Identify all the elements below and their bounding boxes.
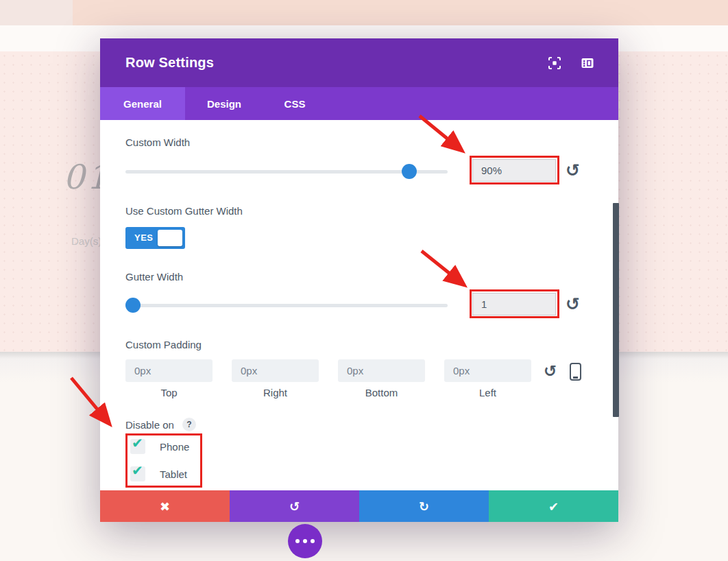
custom-width-input[interactable]: 90%: [472, 159, 556, 182]
gutter-width-input[interactable]: 1: [472, 293, 556, 315]
padding-bottom-caption: Bottom: [338, 387, 425, 398]
padding-top-input[interactable]: 0px: [125, 359, 213, 382]
gutter-width-slider[interactable]: [125, 304, 448, 307]
check-icon: ✔: [132, 462, 143, 479]
padding-left-input[interactable]: 0px: [444, 359, 531, 382]
use-custom-gutter-toggle[interactable]: YES: [125, 227, 185, 249]
redo-button[interactable]: ↻: [359, 490, 489, 522]
gutter-width-label: Gutter Width: [125, 271, 183, 283]
ellipsis-icon: [303, 539, 307, 543]
save-button[interactable]: ✔: [489, 490, 618, 522]
tablet-checkbox[interactable]: ✔: [130, 466, 145, 481]
padding-bottom-input[interactable]: 0px: [338, 359, 425, 382]
gutter-width-slider-thumb[interactable]: [125, 298, 141, 313]
cancel-button[interactable]: ✖: [100, 490, 230, 522]
responsive-phone-icon[interactable]: [570, 363, 581, 381]
padding-top-caption: Top: [125, 387, 213, 398]
phone-checkbox[interactable]: ✔: [130, 439, 145, 454]
custom-width-slider[interactable]: [125, 170, 448, 174]
custom-width-reset-icon[interactable]: ↺: [566, 162, 580, 179]
modal-header: Row Settings: [100, 38, 618, 87]
background-countdown-caption: Day(s): [71, 235, 101, 247]
disable-on-phone-option[interactable]: ✔ Phone: [130, 439, 189, 454]
tablet-checkbox-label: Tablet: [160, 468, 187, 480]
undo-button[interactable]: ↺: [230, 490, 359, 522]
tab-css[interactable]: CSS: [263, 87, 326, 120]
background-block-top-bar: [73, 0, 728, 25]
modal-body: Custom Width 90% ↺ Use Custom Gutter Wid…: [100, 120, 618, 490]
ellipsis-icon: [311, 539, 315, 543]
modal-scrollbar[interactable]: [613, 203, 619, 417]
background-block-top-left: [0, 0, 73, 25]
page-settings-fab[interactable]: [288, 524, 322, 558]
modal-footer: ✖ ↺ ↻ ✔: [100, 490, 618, 522]
ellipsis-icon: [295, 539, 300, 543]
custom-padding-reset-icon[interactable]: ↺: [544, 363, 557, 379]
disable-on-tablet-option[interactable]: ✔ Tablet: [130, 466, 187, 481]
tab-design[interactable]: Design: [185, 87, 263, 120]
modal-title: Row Settings: [125, 55, 214, 71]
modal-tabbar: General Design CSS: [100, 87, 618, 120]
modal-header-icons: [548, 57, 594, 69]
custom-padding-label: Custom Padding: [125, 339, 202, 350]
custom-width-label: Custom Width: [125, 136, 190, 148]
toggle-knob[interactable]: [158, 230, 182, 246]
disable-on-label: Disable on: [125, 419, 174, 431]
expand-modal-icon[interactable]: [548, 57, 561, 69]
gutter-width-reset-icon[interactable]: ↺: [566, 296, 580, 313]
padding-right-caption: Right: [232, 387, 319, 398]
check-icon: ✔: [132, 435, 143, 451]
padding-left-caption: Left: [444, 387, 531, 398]
tab-general[interactable]: General: [100, 87, 185, 120]
row-settings-modal: Row Settings General Design CSS Custom W…: [100, 38, 618, 522]
use-custom-gutter-label: Use Custom Gutter Width: [125, 205, 243, 217]
toggle-yes-label: YES: [134, 227, 154, 249]
padding-right-input[interactable]: 0px: [232, 359, 319, 382]
disable-on-row: Disable on ?: [125, 418, 196, 431]
custom-width-slider-thumb[interactable]: [402, 164, 417, 179]
dock-modal-icon[interactable]: [581, 57, 594, 69]
help-badge[interactable]: ?: [182, 418, 196, 431]
phone-checkbox-label: Phone: [160, 441, 189, 453]
